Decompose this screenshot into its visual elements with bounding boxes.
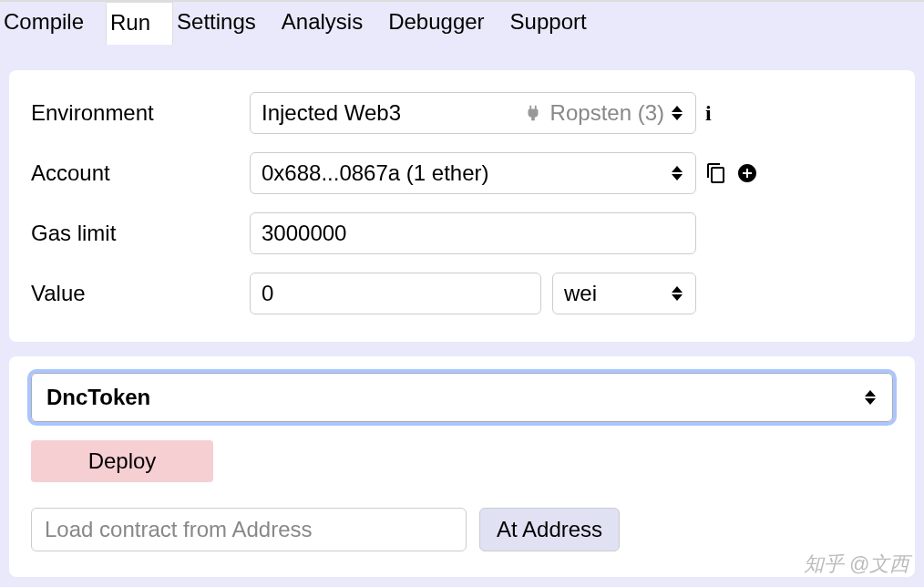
at-address-button[interactable]: At Address [479,508,620,551]
environment-select[interactable]: Injected Web3 Ropsten (3) [250,92,696,134]
chevron-updown-icon [672,283,684,304]
value-amount-input[interactable] [262,281,529,306]
run-config-panel: Environment Injected Web3 Ropsten (3) i … [9,70,915,342]
info-icon[interactable]: i [705,101,712,126]
value-label: Value [31,281,250,306]
address-input-wrapper [31,508,467,551]
gas-label: Gas limit [31,221,250,246]
value-row: Value wei [31,273,893,314]
contract-name: DncToken [46,385,150,410]
deploy-panel: DncToken Deploy At Address [9,356,915,577]
load-contract-row: At Address [31,508,893,551]
deploy-button[interactable]: Deploy [31,440,213,482]
tab-run[interactable]: Run [106,2,173,45]
tab-analysis[interactable]: Analysis [278,2,385,45]
copy-icon[interactable] [705,162,727,184]
tab-bar: Compile Run Settings Analysis Debugger S… [0,0,924,45]
gas-limit-input[interactable] [262,221,684,246]
chevron-updown-icon [865,387,878,407]
chevron-updown-icon [672,103,684,123]
tab-compile[interactable]: Compile [0,2,106,45]
tab-settings[interactable]: Settings [173,2,278,45]
tab-support[interactable]: Support [507,2,609,45]
gas-row: Gas limit [31,212,893,254]
environment-network: Ropsten (3) [550,100,664,126]
account-label: Account [31,160,250,186]
account-select[interactable]: 0x688...0867a (1 ether) [250,152,696,194]
gas-input-wrapper [250,212,696,254]
environment-label: Environment [31,100,250,126]
environment-row: Environment Injected Web3 Ropsten (3) i [31,92,893,134]
value-unit: wei [564,281,597,306]
contract-address-input[interactable] [45,517,453,542]
plus-circle-icon[interactable] [736,162,758,184]
value-unit-select[interactable]: wei [552,273,696,314]
plug-icon [523,103,543,123]
account-row: Account 0x688...0867a (1 ether) [31,152,893,194]
contract-select[interactable]: DncToken [31,373,893,422]
environment-value: Injected Web3 [262,100,523,126]
value-input-wrapper [250,273,541,314]
chevron-updown-icon [672,163,684,183]
account-value: 0x688...0867a (1 ether) [262,160,489,186]
tab-debugger[interactable]: Debugger [385,2,506,45]
